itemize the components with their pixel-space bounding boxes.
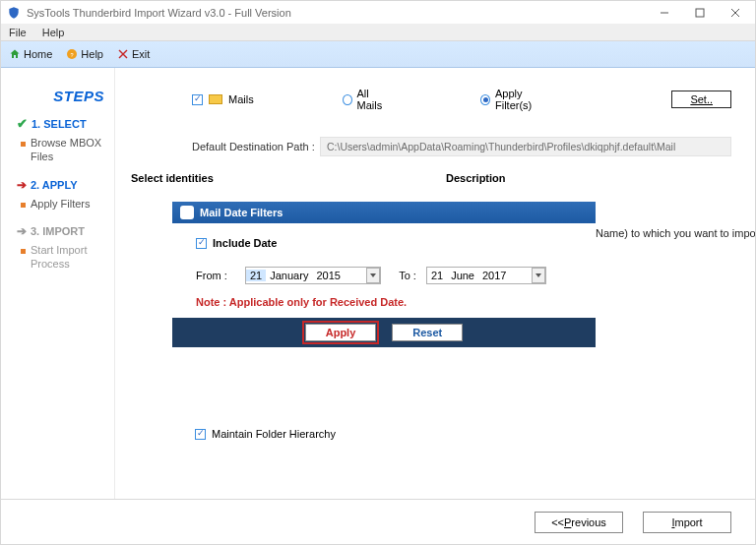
chevron-down-icon[interactable] bbox=[532, 268, 545, 283]
dialog-apply-button[interactable]: Apply bbox=[305, 324, 377, 341]
menubar: File Help bbox=[1, 24, 755, 41]
dialog-titlebar: Mail Date Filters bbox=[172, 202, 596, 223]
previous-button[interactable]: <<Previous bbox=[535, 512, 623, 533]
bottom-bar: <<Previous Import bbox=[1, 499, 755, 544]
all-mails-radio[interactable]: All Mails bbox=[343, 88, 392, 111]
to-date-field[interactable]: 21 June 2017 bbox=[426, 267, 547, 284]
maintain-hierarchy-checkbox[interactable]: Maintain Folder Hierarchy bbox=[195, 428, 336, 440]
path-field: C:\Users\admin\AppData\Roaming\Thunderbi… bbox=[320, 137, 731, 156]
radio-icon bbox=[480, 94, 490, 105]
step-3-sub: Start Import Process bbox=[31, 244, 104, 272]
minimize-button[interactable] bbox=[647, 2, 682, 24]
chevron-down-icon[interactable] bbox=[366, 268, 380, 283]
help-icon: ? bbox=[66, 48, 78, 60]
checkbox-icon bbox=[192, 94, 203, 105]
dialog-reset-button[interactable]: Reset bbox=[392, 324, 463, 341]
steps-heading: STEPS bbox=[17, 88, 104, 104]
arrow-icon: ➔ bbox=[17, 178, 27, 192]
toolbar-exit[interactable]: Exit bbox=[117, 48, 150, 60]
mails-checkbox[interactable]: Mails bbox=[192, 93, 254, 105]
col-identities: Select identities bbox=[131, 172, 446, 184]
toolbar: Home ? Help Exit bbox=[1, 41, 755, 68]
dialog-title: Mail Date Filters bbox=[200, 207, 283, 218]
radio-icon bbox=[343, 94, 352, 105]
helper-text: Name) to which you want to import the Mb… bbox=[596, 227, 756, 239]
identities-header: Select identities Description bbox=[131, 172, 731, 184]
mail-icon bbox=[209, 94, 222, 104]
apply-filters-radio[interactable]: Apply Filter(s) bbox=[480, 88, 553, 111]
svg-rect-1 bbox=[696, 9, 704, 17]
set-button[interactable]: Set.. bbox=[671, 91, 731, 108]
toolbar-help[interactable]: ? Help bbox=[66, 48, 103, 60]
include-date-checkbox[interactable]: Include Date bbox=[196, 237, 572, 249]
step-2: ➔2. APPLY Apply Filters bbox=[17, 178, 104, 212]
step-3: ➔3. IMPORT Start Import Process bbox=[17, 224, 104, 272]
titlebar: SysTools Thunderbird Import Wizard v3.0 … bbox=[1, 1, 755, 24]
exit-icon bbox=[117, 48, 129, 60]
step-2-sub[interactable]: Apply Filters bbox=[31, 198, 104, 212]
step-1-sub[interactable]: Browse MBOX Files bbox=[31, 137, 104, 164]
date-filter-dialog: Mail Date Filters Include Date From : 21… bbox=[172, 202, 596, 347]
to-label: To : bbox=[391, 270, 416, 281]
maximize-button[interactable] bbox=[682, 2, 718, 24]
app-icon bbox=[7, 6, 21, 20]
svg-text:?: ? bbox=[71, 52, 74, 58]
checkbox-icon bbox=[196, 238, 207, 249]
window-controls bbox=[647, 2, 753, 24]
menu-file[interactable]: File bbox=[9, 27, 27, 38]
close-button[interactable] bbox=[718, 2, 753, 24]
arrow-icon: ➔ bbox=[17, 224, 27, 238]
step-1: ✔1. SELECT Browse MBOX Files bbox=[17, 116, 104, 164]
checkbox-icon bbox=[195, 429, 206, 440]
menu-help[interactable]: Help bbox=[42, 27, 65, 38]
dialog-icon bbox=[180, 206, 194, 219]
sidebar: STEPS ✔1. SELECT Browse MBOX Files ➔2. A… bbox=[1, 68, 115, 499]
check-icon: ✔ bbox=[17, 116, 28, 131]
toolbar-home[interactable]: Home bbox=[9, 48, 52, 60]
path-label: Default Destination Path : bbox=[192, 141, 320, 152]
from-date-field[interactable]: 21 January 2015 bbox=[245, 267, 381, 284]
from-label: From : bbox=[196, 270, 235, 281]
dialog-note: Note : Applicable only for Received Date… bbox=[196, 296, 572, 308]
home-icon bbox=[9, 48, 21, 60]
window-title: SysTools Thunderbird Import Wizard v3.0 … bbox=[27, 7, 647, 19]
import-button[interactable]: Import bbox=[643, 512, 731, 533]
col-description: Description bbox=[446, 172, 506, 184]
